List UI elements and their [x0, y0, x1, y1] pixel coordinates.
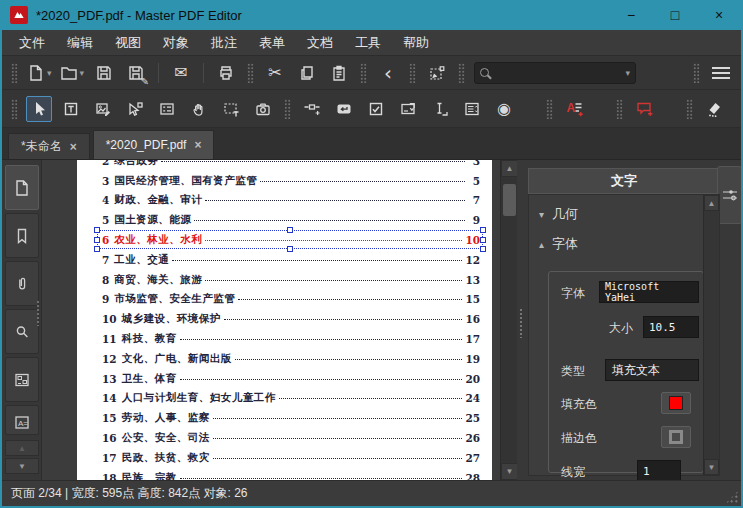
- maximize-button[interactable]: □: [653, 0, 697, 30]
- minimize-button[interactable]: −: [609, 0, 653, 30]
- pdf-page[interactable]: 2 综合政务 3: [77, 160, 492, 480]
- selection-handle[interactable]: [94, 237, 100, 243]
- toolbar-grip[interactable]: [686, 99, 693, 119]
- document-tab[interactable]: *2020_PDF.pdf: [93, 130, 215, 159]
- search-dropdown-icon[interactable]: ▾: [626, 68, 631, 78]
- toc-entry[interactable]: 4 财政、金融、审计 7: [102, 191, 480, 211]
- hand-tool-button[interactable]: [186, 96, 212, 122]
- selection-handle[interactable]: [94, 246, 100, 252]
- sidebar-form-fields-button[interactable]: [5, 357, 39, 402]
- text-field-tool-button[interactable]: [427, 96, 453, 122]
- toc-entry[interactable]: 8 商贸、海关、旅游 13: [102, 270, 480, 290]
- sidebar-grip[interactable]: [36, 300, 40, 326]
- sidebar-scroll-down-button[interactable]: ▼: [5, 458, 39, 474]
- new-document-dropdown-icon[interactable]: ▾: [47, 68, 52, 78]
- toc-entry[interactable]: 3 国民经济管理、国有资产监管 5: [102, 171, 480, 191]
- scroll-up-arrow[interactable]: ▲: [501, 160, 518, 177]
- document-tab[interactable]: *未命名: [8, 133, 90, 159]
- scrollbar-thumb[interactable]: [503, 184, 516, 216]
- checkbox-tool-button[interactable]: [363, 96, 389, 122]
- sidebar-search-button[interactable]: [5, 309, 39, 354]
- toolbar-grip[interactable]: [11, 63, 18, 83]
- panel-scroll-up-arrow[interactable]: ▲: [704, 195, 719, 211]
- selection-handle[interactable]: [94, 227, 100, 233]
- scroll-down-arrow[interactable]: ▼: [501, 463, 518, 480]
- toolbar-grip[interactable]: [616, 99, 623, 119]
- snapshot-tool-button[interactable]: [250, 96, 276, 122]
- radio-button-tool-button[interactable]: ◉: [491, 96, 517, 122]
- panel-scrollbar[interactable]: ▲ ▼: [703, 195, 719, 475]
- back-button[interactable]: ‹: [375, 60, 401, 86]
- menu-item[interactable]: 文件: [8, 30, 56, 55]
- document-scrollbar[interactable]: ▲ ▼: [500, 160, 517, 480]
- listbox-tool-button[interactable]: [459, 96, 485, 122]
- edit-text-tool-button[interactable]: [58, 96, 84, 122]
- menu-item[interactable]: 工具: [344, 30, 392, 55]
- resize-grip[interactable]: [725, 490, 739, 504]
- open-file-dropdown-icon[interactable]: ▾: [80, 68, 85, 78]
- edit-vector-tool-button[interactable]: [122, 96, 148, 122]
- sidebar-annotations-button[interactable]: A=: [5, 405, 39, 435]
- menu-item[interactable]: 对象: [152, 30, 200, 55]
- toc-entry[interactable]: 12 文化、广电、新闻出版 19: [102, 349, 480, 369]
- menu-item[interactable]: 批注: [200, 30, 248, 55]
- search-input[interactable]: [489, 66, 623, 80]
- panel-splitter[interactable]: [517, 160, 524, 480]
- search-box[interactable]: ▾: [474, 62, 636, 84]
- menu-item[interactable]: 文档: [296, 30, 344, 55]
- toolbar-grip[interactable]: [458, 63, 465, 83]
- toolbar-grip[interactable]: [360, 63, 367, 83]
- toc-entry[interactable]: 10 城乡建设、环境保护 16: [102, 309, 480, 329]
- fill-color-button[interactable]: [661, 392, 691, 414]
- sidebar-attachments-button[interactable]: [5, 261, 39, 306]
- toolbar-grip[interactable]: [247, 63, 254, 83]
- toc-entry[interactable]: 6 农业、林业、水利 10: [102, 230, 480, 250]
- toolbar-grip[interactable]: [11, 99, 18, 119]
- toc-entry[interactable]: 17 民政、扶贫、救灾 27: [102, 448, 480, 468]
- tab-close-icon[interactable]: [194, 138, 201, 152]
- form-edit-tool-button[interactable]: [299, 96, 325, 122]
- menu-item[interactable]: 编辑: [56, 30, 104, 55]
- toolbar-grip[interactable]: [693, 63, 700, 83]
- font-name-value[interactable]: Microsoft YaHei: [599, 281, 699, 303]
- open-file-button[interactable]: ▾: [59, 60, 86, 86]
- print-button[interactable]: [213, 60, 239, 86]
- toc-entry[interactable]: 5 国土资源、能源 9: [102, 210, 480, 230]
- push-button-tool-button[interactable]: [331, 96, 357, 122]
- toc-entry[interactable]: 14 人口与计划生育、妇女儿童工作 24: [102, 389, 480, 409]
- toc-entry[interactable]: 9 市场监管、安全生产监管 15: [102, 290, 480, 310]
- toolbar-grip[interactable]: [546, 99, 553, 119]
- copy-button[interactable]: [294, 60, 320, 86]
- save-button[interactable]: [91, 60, 117, 86]
- sidebar-bookmarks-button[interactable]: [5, 213, 39, 258]
- toc-entry[interactable]: 15 劳动、人事、监察 25: [102, 408, 480, 428]
- paste-button[interactable]: [326, 60, 352, 86]
- selection-handle[interactable]: [480, 246, 486, 252]
- toc-entry[interactable]: 7 工业、交通 12: [102, 250, 480, 270]
- toolbar-grip[interactable]: [284, 99, 291, 119]
- toc-entry[interactable]: 2 综合政务 3: [102, 160, 480, 171]
- form-list-tool-button[interactable]: [154, 96, 180, 122]
- select-text-tool-button[interactable]: [218, 96, 244, 122]
- selection-handle[interactable]: [480, 237, 486, 243]
- close-button[interactable]: ×: [697, 0, 741, 30]
- new-document-button[interactable]: ▾: [26, 60, 53, 86]
- stroke-color-button[interactable]: [661, 426, 691, 448]
- add-comment-button[interactable]: [631, 96, 657, 122]
- tab-close-icon[interactable]: [70, 140, 77, 154]
- main-menu-button[interactable]: [708, 60, 734, 86]
- toc-entry[interactable]: 11 科技、教育 17: [102, 329, 480, 349]
- cut-button[interactable]: ✂: [262, 60, 288, 86]
- section-geometry[interactable]: ▾ 几何: [539, 205, 578, 223]
- toc-entry[interactable]: 16 公安、安全、司法 26: [102, 428, 480, 448]
- panel-sliders-tab[interactable]: [717, 166, 742, 224]
- select-tool-button[interactable]: [26, 96, 52, 122]
- font-size-value[interactable]: 10.5: [643, 316, 699, 338]
- sidebar-scroll-up-button[interactable]: ▲: [5, 440, 39, 456]
- edit-image-tool-button[interactable]: [90, 96, 116, 122]
- toc-entry[interactable]: 18 民族、宗教 28: [102, 468, 480, 480]
- line-width-value[interactable]: 1: [637, 460, 681, 482]
- selection-handle[interactable]: [480, 227, 486, 233]
- section-font[interactable]: ▴ 字体: [539, 235, 578, 253]
- type-select[interactable]: 填充文本: [605, 359, 699, 381]
